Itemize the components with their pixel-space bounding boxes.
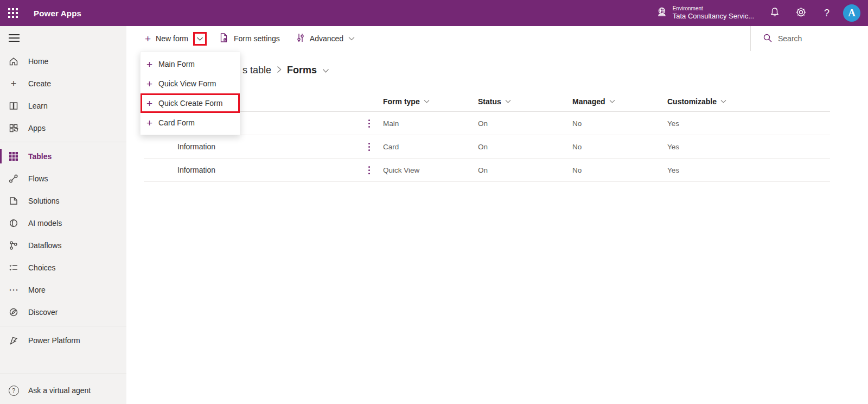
managed-cell: No (572, 119, 667, 128)
form-settings-button[interactable]: Form settings (219, 33, 280, 45)
breadcrumb: s table Forms (242, 62, 329, 78)
menu-item-card-form[interactable]: + Card Form (141, 113, 240, 132)
bell-icon (769, 7, 780, 20)
table-row[interactable]: Information Card On No Yes (144, 135, 830, 159)
sidebar-item-dataflows[interactable]: Dataflows (0, 234, 126, 256)
tables-icon (8, 151, 19, 162)
menu-item-main-form[interactable]: + Main Form (141, 54, 240, 74)
hamburger-icon (9, 32, 20, 44)
form-name-cell: Information (177, 166, 363, 174)
forms-table: Form type Status Managed Customizable Ma… (144, 91, 830, 182)
book-icon (8, 100, 19, 111)
environment-label: Environment (673, 5, 754, 12)
power-platform-flag-icon (8, 335, 19, 346)
row-more-actions-button[interactable] (363, 166, 374, 174)
gear-icon (795, 7, 807, 20)
app-launcher-button[interactable] (0, 0, 26, 26)
sidebar-item-label: Learn (28, 102, 48, 110)
form-name-cell: Information (177, 142, 363, 151)
column-header-form-type[interactable]: Form type (383, 97, 478, 106)
chevron-down-icon[interactable] (322, 65, 329, 76)
new-form-button[interactable]: + New form (145, 34, 188, 44)
form-type-cell: Card (383, 143, 478, 151)
notifications-button[interactable] (762, 0, 788, 26)
chat-question-icon: ? (8, 385, 19, 396)
advanced-sliders-icon (296, 33, 305, 45)
sidebar-item-label: Discover (28, 308, 58, 317)
settings-button[interactable] (788, 0, 814, 26)
advanced-button[interactable]: Advanced (296, 33, 355, 45)
environment-name: Tata Consultancy Servic... (673, 12, 754, 21)
choices-icon (8, 262, 19, 273)
new-form-dropdown-menu: + Main Form + Quick View Form + Quick Cr… (140, 52, 240, 135)
sidebar-item-solutions[interactable]: Solutions (0, 190, 126, 212)
column-header-customizable[interactable]: Customizable (667, 97, 830, 106)
environment-icon (656, 6, 668, 20)
chevron-down-icon (505, 99, 511, 104)
sidebar-item-label: Home (28, 57, 48, 66)
environment-switcher[interactable]: Environment Tata Consultancy Servic... (648, 0, 762, 26)
help-button[interactable]: ? (814, 0, 840, 26)
sidebar-item-label: Flows (28, 174, 48, 183)
breadcrumb-current[interactable]: Forms (287, 65, 317, 76)
customizable-cell: Yes (667, 166, 830, 174)
sidebar-item-ask-virtual-agent[interactable]: ? Ask a virtual agent (0, 377, 126, 404)
chevron-down-icon[interactable] (196, 36, 203, 41)
help-icon: ? (824, 8, 829, 19)
sidebar-item-label: Solutions (28, 197, 60, 205)
chevron-right-icon (277, 65, 282, 76)
solutions-icon (8, 195, 19, 206)
avatar[interactable]: A (843, 4, 860, 22)
sidebar-item-label: Power Platform (28, 336, 80, 345)
table-header-row: Form type Status Managed Customizable (144, 91, 830, 112)
apps-grid-icon (8, 123, 19, 134)
form-type-cell: Main (383, 119, 478, 128)
discover-icon (8, 307, 19, 318)
table-row[interactable]: Main On No Yes (144, 112, 830, 135)
sidebar-item-tables[interactable]: Tables (0, 145, 126, 167)
search-input[interactable]: Search (750, 26, 868, 51)
chevron-down-icon (348, 36, 355, 41)
sidebar-item-apps[interactable]: Apps (0, 117, 126, 139)
app-title: Power Apps (34, 9, 81, 18)
sidebar-item-label: Tables (28, 152, 52, 161)
ai-models-icon (8, 218, 19, 229)
menu-item-quick-view-form[interactable]: + Quick View Form (141, 74, 240, 93)
breadcrumb-table-link[interactable]: s table (242, 65, 271, 76)
table-row[interactable]: Information Quick View On No Yes (144, 159, 830, 182)
sidebar-divider (0, 326, 126, 326)
search-icon (763, 33, 773, 45)
sidebar-item-label: More (28, 286, 46, 294)
column-header-managed[interactable]: Managed (572, 97, 667, 106)
sidebar-divider (0, 374, 126, 374)
collapse-nav-button[interactable] (0, 26, 126, 50)
sidebar-item-more[interactable]: ⋯ More (0, 279, 126, 301)
customizable-cell: Yes (667, 119, 830, 128)
sidebar-item-label: Choices (28, 263, 56, 272)
sidebar-item-learn[interactable]: Learn (0, 94, 126, 117)
plus-icon: + (146, 59, 152, 70)
app-header: Power Apps Environment Tata Consultancy … (0, 0, 868, 26)
sidebar-divider (0, 142, 126, 142)
status-cell: On (478, 143, 572, 151)
sidebar-item-power-platform[interactable]: Power Platform (0, 329, 126, 351)
sidebar-item-ai-models[interactable]: AI models (0, 212, 126, 234)
form-settings-icon (219, 33, 229, 45)
sidebar-item-choices[interactable]: Choices (0, 256, 126, 279)
plus-icon: + (145, 34, 151, 44)
menu-item-quick-create-form[interactable]: + Quick Create Form (141, 93, 240, 113)
row-more-actions-button[interactable] (363, 119, 374, 128)
sidebar-item-home[interactable]: Home (0, 50, 126, 72)
flows-icon (8, 173, 19, 184)
column-header-status[interactable]: Status (478, 97, 572, 106)
plus-icon: + (146, 98, 152, 109)
new-form-dropdown-highlight-box (193, 32, 207, 46)
sidebar-item-flows[interactable]: Flows (0, 167, 126, 190)
sidebar-item-create[interactable]: + Create (0, 72, 126, 94)
sidebar-item-discover[interactable]: Discover (0, 301, 126, 323)
dataflows-icon (8, 240, 19, 251)
plus-icon: + (146, 79, 152, 89)
search-placeholder: Search (778, 34, 802, 43)
advanced-label: Advanced (310, 34, 343, 43)
row-more-actions-button[interactable] (363, 143, 374, 151)
